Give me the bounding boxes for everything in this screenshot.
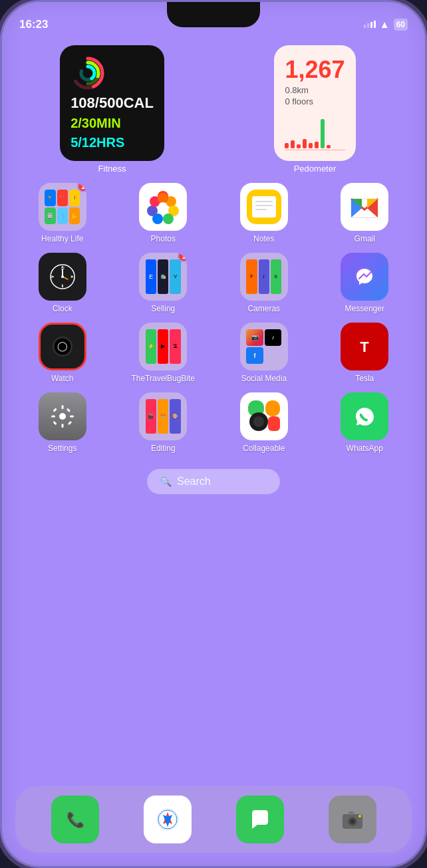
- watch-app-icon: ◯: [49, 333, 76, 360]
- app-name-gmail: Gmail: [355, 234, 375, 243]
- fitness-widget-container: 108/500CAL 2/30MIN 5/12HRS Fitness: [15, 45, 209, 174]
- app-name-collageable: Collageable: [243, 444, 285, 453]
- steps-count: 1,267: [285, 56, 345, 84]
- app-name-settings: Settings: [48, 444, 76, 453]
- svg-rect-55: [53, 421, 57, 425]
- app-row-3: ◯ Watch ⚡ ▶ 🏝 TheTravelBugBite: [15, 323, 412, 383]
- app-gmail[interactable]: Gmail: [318, 183, 412, 243]
- svg-point-60: [253, 416, 264, 427]
- phone-icon: 📞: [62, 806, 88, 833]
- battery-indicator: 60: [394, 19, 408, 31]
- dock-camera[interactable]: [329, 796, 376, 843]
- phone: 16:23 ▲ 60: [0, 0, 427, 868]
- app-name-selling: Selling: [151, 304, 175, 313]
- badge-selling: 1: [178, 253, 187, 262]
- app-whatsapp[interactable]: WhatsApp: [318, 392, 412, 453]
- fitness-widget[interactable]: 108/500CAL 2/30MIN 5/12HRS: [60, 45, 164, 161]
- photos-icon: [146, 190, 180, 224]
- svg-rect-52: [53, 408, 57, 412]
- svg-rect-61: [268, 416, 280, 431]
- collageable-icon: [247, 399, 281, 434]
- screen-content: 108/500CAL 2/30MIN 5/12HRS Fitness 1,267…: [2, 39, 425, 866]
- app-name-photos: Photos: [151, 234, 176, 243]
- app-row-2: 12 3 6 9 Clock 1 E: [15, 253, 412, 313]
- messenger-icon: [351, 263, 378, 290]
- gmail-icon: [347, 190, 382, 224]
- search-bar[interactable]: 🔍 Search: [147, 469, 280, 494]
- app-name-cameras: Cameras: [247, 304, 280, 313]
- pedometer-widget[interactable]: 1,267 0.8km 0 floors: [274, 45, 355, 161]
- fitness-label: Fitness: [98, 164, 126, 174]
- signal-icon: [364, 21, 376, 28]
- svg-point-47: [59, 413, 66, 420]
- dock: 📞: [15, 786, 412, 853]
- app-tesla[interactable]: T Tesla: [318, 323, 412, 383]
- app-collageable[interactable]: Collageable: [217, 392, 311, 453]
- app-healthy-life[interactable]: 1 🏃 ❤️ ⚠️ 🏥 💧 💪 Healthy Life: [15, 183, 110, 243]
- notch: [167, 2, 260, 27]
- app-name-editing: Editing: [151, 444, 176, 453]
- app-notes[interactable]: Notes: [217, 183, 311, 243]
- tesla-icon: T: [351, 333, 378, 360]
- app-watch[interactable]: ◯ Watch: [15, 323, 110, 383]
- search-label: Search: [177, 476, 211, 488]
- svg-text:6: 6: [61, 283, 63, 287]
- app-travel-bug[interactable]: ⚡ ▶ 🏝 TheTravelBugBite: [116, 323, 211, 383]
- widgets-row: 108/500CAL 2/30MIN 5/12HRS Fitness 1,267…: [15, 45, 412, 174]
- camera-icon: [339, 806, 366, 833]
- activity-rings-icon: [71, 56, 105, 90]
- notes-icon: [247, 190, 281, 224]
- svg-rect-48: [61, 405, 63, 409]
- status-time: 16:23: [19, 18, 48, 31]
- app-photos[interactable]: Photos: [116, 183, 211, 243]
- app-name-notes: Notes: [253, 234, 274, 243]
- fitness-cal: 108/500CAL: [71, 94, 154, 112]
- search-bar-container: 🔍 Search: [15, 469, 412, 494]
- fitness-hrs: 5/12HRS: [71, 135, 154, 150]
- steps-chart: [285, 115, 345, 148]
- svg-text:9: 9: [51, 275, 53, 279]
- svg-rect-51: [70, 416, 74, 418]
- app-selling[interactable]: 1 E 🛍️ V Selling: [116, 253, 211, 313]
- svg-rect-58: [265, 400, 280, 416]
- svg-text:3: 3: [71, 275, 72, 279]
- app-name-tesla: Tesla: [355, 374, 374, 383]
- svg-point-39: [61, 275, 64, 278]
- app-name-travel-bug: TheTravelBugBite: [131, 374, 195, 383]
- app-messenger[interactable]: Messenger: [318, 253, 412, 313]
- clock-icon: 12 3 6 9: [45, 259, 80, 294]
- svg-rect-54: [67, 408, 71, 412]
- app-clock[interactable]: 12 3 6 9 Clock: [15, 253, 110, 313]
- svg-text:T: T: [360, 339, 370, 355]
- app-editing[interactable]: 🎬 ✂️ 🎨 Editing: [116, 392, 211, 453]
- dock-phone[interactable]: 📞: [51, 796, 99, 843]
- svg-rect-49: [61, 424, 63, 428]
- svg-point-77: [351, 819, 355, 823]
- messages-icon: [247, 806, 273, 833]
- app-name-healthy-life: Healthy Life: [41, 234, 83, 243]
- steps-km: 0.8km: [285, 85, 345, 95]
- app-name-messenger: Messenger: [345, 304, 384, 313]
- svg-point-10: [163, 214, 174, 224]
- dock-messages[interactable]: [236, 796, 284, 843]
- app-cameras[interactable]: F r b Cameras: [217, 253, 311, 313]
- steps-floors: 0 floors: [285, 96, 345, 106]
- svg-point-12: [147, 206, 158, 216]
- app-social-media[interactable]: 📷 ♪ f Social Media: [217, 323, 311, 383]
- app-row-1: 1 🏃 ❤️ ⚠️ 🏥 💧 💪 Healthy Life: [15, 183, 412, 243]
- watch-icon-container: ◯: [39, 323, 86, 370]
- app-name-clock: Clock: [53, 304, 72, 313]
- svg-rect-17: [252, 196, 276, 217]
- svg-point-14: [158, 193, 168, 204]
- whatsapp-icon: [351, 403, 378, 430]
- app-settings[interactable]: Settings: [15, 392, 110, 453]
- safari-icon: [154, 806, 181, 833]
- svg-point-79: [358, 815, 361, 817]
- app-name-whatsapp: WhatsApp: [347, 444, 383, 453]
- app-name-social-media: Social Media: [241, 374, 287, 383]
- fitness-min: 2/30MIN: [71, 116, 154, 131]
- dock-safari[interactable]: [144, 796, 192, 843]
- app-name-watch: Watch: [51, 374, 74, 383]
- search-magnifier-icon: 🔍: [160, 476, 172, 487]
- svg-text:◯: ◯: [57, 341, 68, 352]
